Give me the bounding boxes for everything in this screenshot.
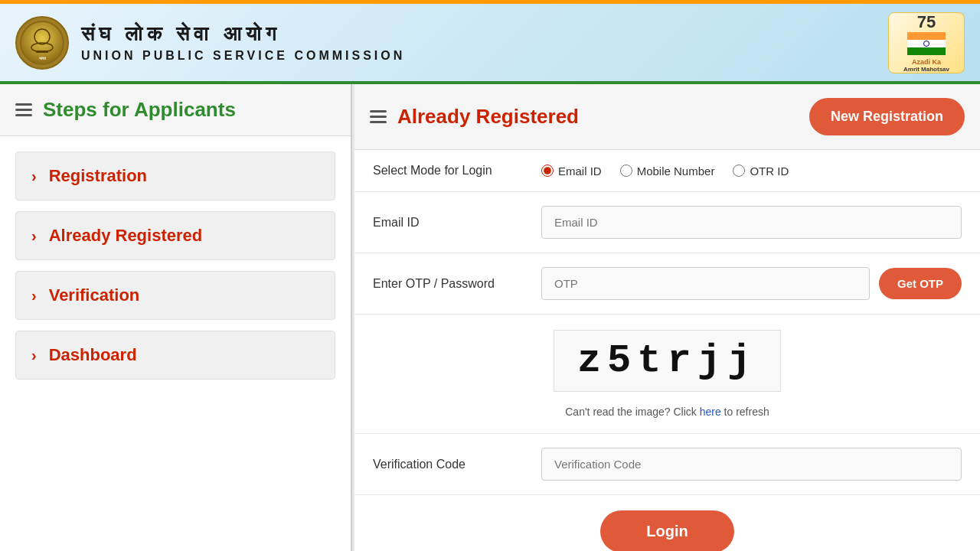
svg-rect-3 xyxy=(36,51,48,53)
left-panel-header: Steps for Applicants xyxy=(0,84,351,136)
hindi-title: संघ लोक सेवा आयोग xyxy=(81,22,405,46)
verification-label: Verification xyxy=(49,285,140,305)
otp-row: Enter OTP / Password Get OTP xyxy=(354,253,980,315)
otp-input-group: Get OTP xyxy=(541,267,962,300)
mobile-number-radio[interactable] xyxy=(620,165,632,177)
menu-item-registration[interactable]: › Registration xyxy=(15,152,335,201)
dashboard-arrow-icon: › xyxy=(31,347,37,364)
flag-orange xyxy=(907,32,946,40)
verification-code-label: Verification Code xyxy=(373,458,526,471)
captcha-image: z5trjj xyxy=(554,330,781,392)
otp-input[interactable] xyxy=(541,267,870,300)
flag-chakra xyxy=(923,41,929,47)
menu-items-list: › Registration › Already Registered › Ve… xyxy=(0,136,351,395)
login-mode-radio-group: Email ID Mobile Number OTR ID xyxy=(541,165,789,178)
otr-id-option[interactable]: OTR ID xyxy=(733,165,789,178)
right-panel-title: Already Registered xyxy=(397,105,579,129)
email-id-radio-label: Email ID xyxy=(558,165,602,178)
hamburger-menu-icon[interactable] xyxy=(15,103,32,116)
menu-item-verification[interactable]: › Verification xyxy=(15,271,335,320)
mobile-number-option[interactable]: Mobile Number xyxy=(620,165,715,178)
government-emblem: भारत xyxy=(15,16,69,70)
left-panel: Steps for Applicants › Registration › Al… xyxy=(0,84,352,551)
left-panel-title: Steps for Applicants xyxy=(43,98,236,122)
login-section: Login xyxy=(354,495,980,551)
registration-label: Registration xyxy=(49,166,147,186)
login-mode-row: Select Mode for Login Email ID Mobile Nu… xyxy=(354,150,980,192)
email-id-option[interactable]: Email ID xyxy=(541,165,602,178)
registration-arrow-icon: › xyxy=(31,168,37,185)
login-button[interactable]: Login xyxy=(600,510,733,551)
english-title: UNION PUBLIC SERVICE COMMISSION xyxy=(81,49,405,63)
azadi-flag xyxy=(907,32,946,55)
email-id-label: Email ID xyxy=(373,216,526,230)
captcha-refresh-text: Can't read the image? Click here to refr… xyxy=(565,406,769,418)
verification-code-input[interactable] xyxy=(541,448,962,481)
main-content: Steps for Applicants › Registration › Al… xyxy=(0,84,980,551)
right-header-left: Already Registered xyxy=(370,105,579,129)
dashboard-label: Dashboard xyxy=(49,345,137,365)
otr-id-radio[interactable] xyxy=(733,165,745,177)
verification-arrow-icon: › xyxy=(31,287,37,305)
svg-text:भारत: भारत xyxy=(39,56,47,60)
azadi-number: 75 xyxy=(917,12,936,32)
already-registered-arrow-icon: › xyxy=(31,227,37,245)
right-panel-header: Already Registered New Registration xyxy=(354,84,980,150)
header: भारत संघ लोक सेवा आयोग UNION PUBLIC SERV… xyxy=(0,0,980,84)
already-registered-label: Already Registered xyxy=(49,226,203,246)
flag-green xyxy=(907,47,946,55)
verification-code-row: Verification Code xyxy=(354,434,980,495)
otr-id-radio-label: OTR ID xyxy=(750,165,789,178)
azadi-badge: 75 Azadi Ka Amrit Mahotsav xyxy=(888,12,965,73)
email-id-row: Email ID xyxy=(354,192,980,253)
mobile-number-radio-label: Mobile Number xyxy=(637,165,715,178)
get-otp-button[interactable]: Get OTP xyxy=(879,268,962,299)
header-left: भारत संघ लोक सेवा आयोग UNION PUBLIC SERV… xyxy=(15,16,405,70)
email-id-radio[interactable] xyxy=(541,165,554,177)
captcha-refresh-suffix: to refresh xyxy=(724,406,769,418)
menu-item-dashboard[interactable]: › Dashboard xyxy=(15,331,335,380)
menu-item-already-registered[interactable]: › Already Registered xyxy=(15,211,335,260)
right-panel: Already Registered New Registration Sele… xyxy=(354,84,980,551)
email-id-input[interactable] xyxy=(541,206,962,239)
select-mode-label: Select Mode for Login xyxy=(373,164,526,178)
azadi-subtitle: Amrit Mahotsav xyxy=(903,66,949,73)
captcha-section: z5trjj Can't read the image? Click here … xyxy=(354,315,980,434)
login-form: Select Mode for Login Email ID Mobile Nu… xyxy=(354,150,980,551)
header-text-block: संघ लोक सेवा आयोग UNION PUBLIC SERVICE C… xyxy=(81,22,405,63)
flag-white xyxy=(907,40,946,47)
right-hamburger-menu-icon[interactable] xyxy=(370,110,387,123)
azadi-title: Azadi Ka xyxy=(912,58,941,66)
captcha-refresh-label: Can't read the image? Click xyxy=(565,406,697,418)
captcha-refresh-link[interactable]: here xyxy=(700,406,721,418)
otp-label: Enter OTP / Password xyxy=(373,277,526,291)
new-registration-button[interactable]: New Registration xyxy=(809,98,965,135)
